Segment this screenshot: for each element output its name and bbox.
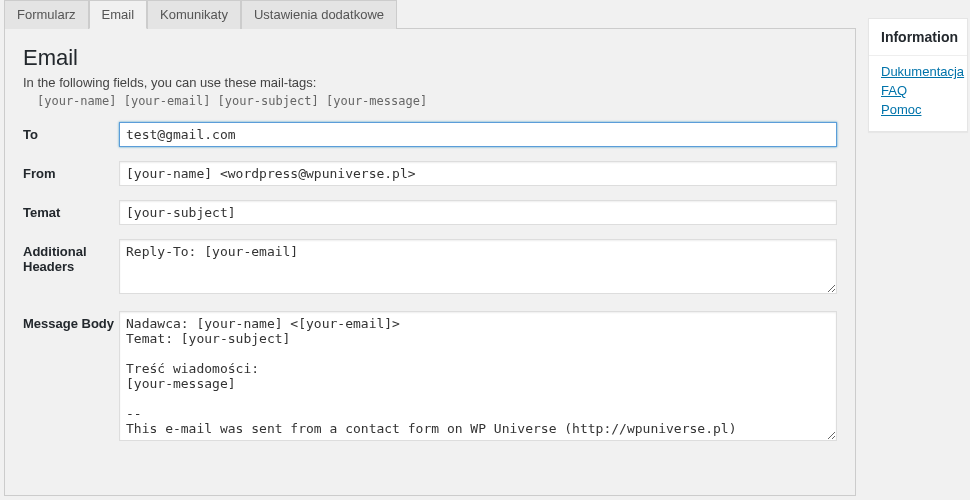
- message-body-input[interactable]: [119, 311, 837, 441]
- from-input[interactable]: [119, 161, 837, 186]
- email-settings-panel: Email In the following fields, you can u…: [4, 28, 856, 496]
- settings-tabs: Formularz Email Komunikaty Ustawienia do…: [4, 0, 856, 29]
- to-input[interactable]: [119, 122, 837, 147]
- field-subject: Temat: [23, 200, 837, 225]
- field-to: To: [23, 122, 837, 147]
- sidebar-link-pomoc[interactable]: Pomoc: [881, 102, 921, 117]
- field-message-body: Message Body: [23, 311, 837, 444]
- tab-komunikaty[interactable]: Komunikaty: [147, 0, 241, 29]
- message-body-label: Message Body: [23, 311, 119, 331]
- mail-tags-list: [your-name] [your-email] [your-subject] …: [23, 94, 837, 108]
- tab-formularz[interactable]: Formularz: [4, 0, 89, 29]
- to-label: To: [23, 122, 119, 142]
- additional-headers-input[interactable]: [119, 239, 837, 294]
- field-from: From: [23, 161, 837, 186]
- tab-label: Email: [102, 7, 135, 22]
- subject-label: Temat: [23, 200, 119, 220]
- field-additional-headers: Additional Headers: [23, 239, 837, 297]
- sidebar-link-dokumentacja[interactable]: Dukumentacja: [881, 64, 964, 79]
- from-label: From: [23, 161, 119, 181]
- information-sidebar-box: Information Dukumentacja FAQ Pomoc: [868, 18, 968, 132]
- additional-headers-label: Additional Headers: [23, 239, 119, 274]
- tab-ustawienia-dodatkowe[interactable]: Ustawienia dodatkowe: [241, 0, 397, 29]
- tab-label: Ustawienia dodatkowe: [254, 7, 384, 22]
- panel-heading: Email: [23, 45, 837, 71]
- tab-email[interactable]: Email: [89, 0, 148, 29]
- sidebar-link-faq[interactable]: FAQ: [881, 83, 907, 98]
- tab-label: Komunikaty: [160, 7, 228, 22]
- tab-label: Formularz: [17, 7, 76, 22]
- sidebar-box-title: Information: [869, 19, 967, 56]
- panel-description: In the following fields, you can use the…: [23, 75, 837, 90]
- subject-input[interactable]: [119, 200, 837, 225]
